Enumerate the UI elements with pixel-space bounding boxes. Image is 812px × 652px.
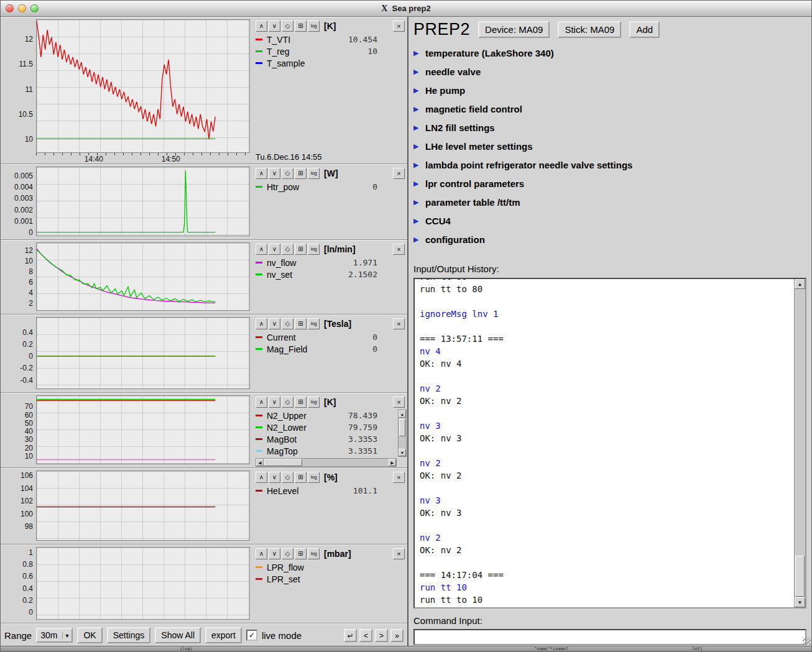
export-button[interactable]: export — [205, 627, 242, 643]
chart-scroll-up-button[interactable]: ∧ — [256, 548, 267, 559]
section-item[interactable]: ▶needle valve — [413, 62, 806, 81]
chart-grid-button[interactable]: ⊞ — [295, 397, 307, 408]
chart-scroll-up-button[interactable]: ∧ — [256, 472, 267, 483]
scrollbar-thumb[interactable] — [795, 556, 805, 597]
legend-entry[interactable]: Mag_Field0 — [256, 343, 405, 355]
chart-zoom-button[interactable]: ◇ — [282, 244, 293, 255]
plot-area[interactable] — [36, 242, 250, 311]
chart-grid-button[interactable]: ⊞ — [295, 472, 307, 483]
legend-entry[interactable]: T_reg10 — [256, 45, 405, 57]
chart-scroll-up-button[interactable]: ∧ — [256, 318, 267, 329]
return-button[interactable]: ↵ — [344, 629, 357, 642]
chart-scroll-up-button[interactable]: ∧ — [256, 397, 267, 408]
section-item[interactable]: ▶He pump — [413, 81, 806, 99]
scroll-down-arrow-icon[interactable]: ▼ — [795, 597, 805, 607]
section-item[interactable]: ▶magnetic field control — [413, 99, 806, 118]
section-item[interactable]: ▶LHe level meter settings — [413, 137, 806, 155]
legend-entry[interactable]: MagBot3.3353 — [256, 433, 394, 445]
plot-area[interactable] — [36, 19, 250, 153]
chart-scroll-down-button[interactable]: ∨ — [269, 244, 280, 255]
legend-entry[interactable]: Current0 — [256, 331, 405, 343]
plot-area[interactable] — [36, 167, 250, 236]
add-button[interactable]: Add — [629, 21, 660, 38]
step-back-button[interactable]: < — [359, 629, 372, 642]
section-item[interactable]: ▶CCU4 — [413, 211, 806, 230]
section-item[interactable]: ▶lambda point refrigerator needle valve … — [413, 155, 806, 174]
section-item[interactable]: ▶parameter table /tt/tm — [413, 193, 806, 211]
chart-grid-button[interactable]: ⊞ — [295, 168, 307, 179]
scrollbar-thumb[interactable] — [264, 459, 302, 466]
device-button[interactable]: Device: MA09 — [478, 21, 550, 38]
section-item[interactable]: ▶configuration — [413, 230, 806, 249]
legend-entry[interactable]: nv_flow1.971 — [256, 257, 405, 269]
scroll-up-arrow-icon[interactable]: ▲ — [399, 410, 406, 418]
chart-scroll-down-button[interactable]: ∨ — [269, 168, 280, 179]
window-titlebar[interactable]: XSea prep2 — [1, 1, 811, 17]
chart-zoom-button[interactable]: ◇ — [282, 472, 293, 483]
legend-entry[interactable]: HeLevel101.1 — [256, 485, 405, 497]
chart-close-button[interactable]: × — [393, 168, 405, 179]
jump-to-end-button[interactable]: » — [390, 629, 404, 642]
chart-scroll-up-button[interactable]: ∧ — [256, 21, 267, 32]
chart-grid-button[interactable]: ⊞ — [295, 244, 307, 255]
plot-area[interactable] — [36, 547, 250, 620]
show-all-button[interactable]: Show All — [155, 627, 201, 643]
step-forward-button[interactable]: > — [375, 629, 388, 642]
window-minimize-button[interactable] — [18, 4, 26, 12]
chart-close-button[interactable]: × — [393, 318, 405, 329]
section-item[interactable]: ▶lpr control parameters — [413, 174, 806, 193]
plot-area[interactable] — [36, 395, 250, 464]
chart-log-scale-button[interactable]: log — [308, 472, 320, 483]
legend-entry[interactable]: T_sample — [256, 57, 405, 69]
stick-button[interactable]: Stick: MA09 — [558, 21, 621, 38]
scroll-down-arrow-icon[interactable]: ▼ — [399, 449, 406, 456]
chart-zoom-button[interactable]: ◇ — [282, 318, 293, 329]
chart-zoom-button[interactable]: ◇ — [282, 168, 293, 179]
legend-entry[interactable]: Htr_pow0 — [256, 181, 405, 193]
window-close-button[interactable] — [6, 4, 14, 12]
scroll-left-arrow-icon[interactable]: ◀ — [256, 459, 264, 466]
chart-scroll-down-button[interactable]: ∨ — [269, 318, 280, 329]
chart-log-scale-button[interactable]: log — [308, 21, 320, 32]
legend-entry[interactable]: N2_Upper78.439 — [256, 410, 394, 421]
chart-grid-button[interactable]: ⊞ — [295, 21, 307, 32]
chart-log-scale-button[interactable]: log — [308, 244, 320, 255]
chart-scroll-up-button[interactable]: ∧ — [256, 168, 267, 179]
chart-scroll-down-button[interactable]: ∨ — [269, 548, 280, 559]
range-select[interactable]: 30m ▾ — [36, 628, 73, 643]
plot-area[interactable] — [36, 317, 250, 389]
legend-entry[interactable]: N2_Lower79.759 — [256, 421, 394, 433]
chart-log-scale-button[interactable]: log — [308, 168, 320, 179]
plot-area[interactable] — [36, 471, 250, 541]
chart-close-button[interactable]: × — [393, 21, 405, 32]
legend-entry[interactable]: LPR_flow — [256, 561, 405, 573]
chart-grid-button[interactable]: ⊞ — [295, 318, 307, 329]
chart-scroll-up-button[interactable]: ∧ — [256, 244, 267, 255]
chart-zoom-button[interactable]: ◇ — [282, 21, 293, 32]
legend-horizontal-scrollbar[interactable]: ◀▶ — [256, 458, 397, 467]
legend-entry[interactable]: LPR_set — [256, 573, 405, 585]
scrollbar-thumb[interactable] — [399, 419, 405, 436]
chart-close-button[interactable]: × — [393, 472, 405, 483]
chart-log-scale-button[interactable]: log — [308, 548, 320, 559]
legend-entry[interactable]: MagTop3.3351 — [256, 445, 394, 457]
legend-entry[interactable]: nv_set2.1502 — [256, 269, 405, 280]
chart-zoom-button[interactable]: ◇ — [282, 548, 293, 559]
chart-zoom-button[interactable]: ◇ — [282, 397, 293, 408]
section-item[interactable]: ▶LN2 fill settings — [413, 118, 806, 137]
settings-button[interactable]: Settings — [107, 627, 151, 643]
chart-close-button[interactable]: × — [393, 548, 405, 559]
scroll-up-arrow-icon[interactable]: ▲ — [795, 279, 805, 289]
io-history-console[interactable]: run tt 80run tt to 80 ignoreMsg lnv 1 ==… — [413, 278, 806, 608]
chart-log-scale-button[interactable]: log — [308, 397, 320, 408]
chart-scroll-down-button[interactable]: ∨ — [269, 397, 280, 408]
ok-button[interactable]: OK — [77, 627, 102, 643]
legend-entry[interactable]: T_VTI10.454 — [256, 34, 405, 45]
scroll-right-arrow-icon[interactable]: ▶ — [389, 459, 396, 466]
chart-scroll-down-button[interactable]: ∨ — [269, 21, 280, 32]
window-zoom-button[interactable] — [30, 4, 39, 12]
resize-grip[interactable] — [803, 637, 811, 645]
console-scrollbar[interactable]: ▲ ▼ — [794, 279, 805, 607]
command-input[interactable] — [413, 629, 806, 645]
chart-close-button[interactable]: × — [393, 397, 405, 408]
